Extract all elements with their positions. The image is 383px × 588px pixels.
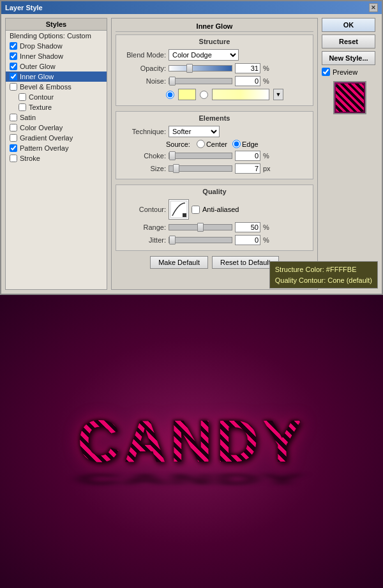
inner-glow-checkbox[interactable] xyxy=(10,73,17,80)
left-panel: Styles Blending Options: Custom Drop Sha… xyxy=(5,18,107,290)
jitter-thumb[interactable] xyxy=(169,236,176,245)
contour-preview[interactable] xyxy=(169,199,189,220)
dialog-title: Layer Style xyxy=(5,4,43,11)
bevel-emboss-label: Bevel & Emboss xyxy=(20,83,71,91)
inner-glow-label: Inner Glow xyxy=(20,73,54,80)
technique-select[interactable]: Softer Precise xyxy=(169,126,220,137)
drop-shadow-label: Drop Shadow xyxy=(20,42,63,50)
bevel-emboss-checkbox[interactable] xyxy=(10,83,17,91)
gradient-overlay-checkbox[interactable] xyxy=(10,134,17,142)
blend-mode-select[interactable]: Color Dodge Normal Screen xyxy=(169,49,239,61)
contour-label: Contour xyxy=(29,93,54,101)
blending-options-label: Blending Options: Custom xyxy=(10,32,91,40)
preview-label: Preview xyxy=(333,68,357,76)
contour-checkbox[interactable] xyxy=(19,93,26,101)
sidebar-item-inner-shadow[interactable]: Inner Shadow xyxy=(6,51,107,61)
center-radio[interactable] xyxy=(197,140,205,148)
opacity-input[interactable] xyxy=(235,63,260,73)
blend-mode-row: Blend Mode: Color Dodge Normal Screen xyxy=(121,49,308,61)
right-panel: OK Reset New Style... Preview xyxy=(322,18,378,290)
range-input[interactable] xyxy=(235,222,260,232)
sidebar-item-outer-glow[interactable]: Outer Glow xyxy=(6,61,107,72)
quality-label: Quality xyxy=(121,188,308,195)
sidebar-item-blending-options[interactable]: Blending Options: Custom xyxy=(6,31,107,41)
texture-checkbox[interactable] xyxy=(19,103,26,111)
color-overlay-label: Color Overlay xyxy=(20,124,63,132)
jitter-slider[interactable] xyxy=(169,237,232,243)
outer-glow-label: Outer Glow xyxy=(20,63,56,70)
edge-radio-label: Edge xyxy=(232,140,259,148)
pattern-overlay-label: Pattern Overlay xyxy=(20,144,68,152)
sidebar-item-color-overlay[interactable]: Color Overlay xyxy=(6,123,107,133)
noise-row: Noise: % xyxy=(121,76,308,86)
gradient-arrow-btn[interactable]: ▼ xyxy=(273,89,283,100)
sidebar-item-contour[interactable]: Contour xyxy=(6,92,107,102)
source-label: Source: xyxy=(166,140,190,148)
range-slider[interactable] xyxy=(169,224,232,230)
close-button[interactable]: ✕ xyxy=(369,3,378,12)
opacity-slider[interactable] xyxy=(169,65,232,72)
elements-label: Elements xyxy=(121,114,308,122)
noise-input[interactable] xyxy=(235,76,260,86)
preview-checkbox-row: Preview xyxy=(322,68,378,76)
jitter-label: Jitter: xyxy=(121,236,166,244)
sidebar-item-satin[interactable]: Satin xyxy=(6,112,107,123)
sidebar-item-bevel-emboss[interactable]: Bevel & Emboss xyxy=(6,82,107,92)
noise-slider[interactable] xyxy=(169,78,232,84)
layer-style-dialog: Layer Style ✕ Styles Blending Options: C… xyxy=(0,0,383,295)
gradient-swatch[interactable] xyxy=(212,89,269,100)
tooltip-line1: Structure Color: #FFFFBE xyxy=(275,264,372,275)
size-row: Size: px xyxy=(121,163,308,174)
stroke-label: Stroke xyxy=(20,155,40,162)
range-row: Range: % xyxy=(121,222,308,232)
opacity-thumb[interactable] xyxy=(186,64,193,73)
texture-label: Texture xyxy=(29,103,52,111)
reset-button[interactable]: Reset xyxy=(322,34,375,49)
ok-button[interactable]: OK xyxy=(322,18,375,32)
inner-shadow-checkbox[interactable] xyxy=(10,52,17,60)
jitter-unit: % xyxy=(263,236,272,244)
drop-shadow-checkbox[interactable] xyxy=(10,42,17,50)
sidebar-item-inner-glow[interactable]: Inner Glow xyxy=(6,72,107,82)
satin-label: Satin xyxy=(20,114,36,121)
pattern-overlay-checkbox[interactable] xyxy=(10,144,17,152)
opacity-row: Opacity: % xyxy=(121,63,308,73)
stroke-checkbox[interactable] xyxy=(10,155,17,162)
size-slider[interactable] xyxy=(169,165,232,172)
outer-glow-checkbox[interactable] xyxy=(10,63,17,70)
color-gradient-row: ▼ xyxy=(166,89,308,100)
center-label: Center xyxy=(206,140,227,148)
gradient-radio[interactable] xyxy=(200,91,208,99)
new-style-button[interactable]: New Style... xyxy=(322,51,375,65)
contour-row-label: Contour: xyxy=(121,206,166,213)
sidebar-item-texture[interactable]: Texture xyxy=(6,102,107,112)
sidebar-item-stroke[interactable]: Stroke xyxy=(6,153,107,163)
choke-input[interactable] xyxy=(235,151,260,161)
jitter-row: Jitter: % xyxy=(121,235,308,245)
color-radio[interactable] xyxy=(166,91,174,99)
anti-aliased-checkbox[interactable] xyxy=(192,206,200,214)
size-thumb[interactable] xyxy=(173,164,179,173)
make-default-button[interactable]: Make Default xyxy=(150,256,208,269)
choke-slider[interactable] xyxy=(169,153,232,159)
noise-thumb[interactable] xyxy=(169,77,176,86)
color-swatch[interactable] xyxy=(178,89,196,100)
preview-thumbnail xyxy=(333,81,366,114)
preview-checkbox[interactable] xyxy=(322,68,330,76)
technique-row: Technique: Softer Precise xyxy=(121,126,308,137)
satin-checkbox[interactable] xyxy=(10,114,17,121)
range-thumb[interactable] xyxy=(197,223,204,232)
choke-unit: % xyxy=(263,152,272,160)
choke-thumb[interactable] xyxy=(169,151,176,160)
structure-section: Structure Blend Mode: Color Dodge Normal… xyxy=(116,34,313,106)
sidebar-item-gradient-overlay[interactable]: Gradient Overlay xyxy=(6,133,107,143)
jitter-input[interactable] xyxy=(235,235,260,245)
blend-mode-label: Blend Mode: xyxy=(121,51,166,59)
quality-section: Quality Contour: Anti-aliased xyxy=(116,185,313,251)
color-overlay-checkbox[interactable] xyxy=(10,124,17,132)
range-label: Range: xyxy=(121,223,166,231)
sidebar-item-drop-shadow[interactable]: Drop Shadow xyxy=(6,41,107,51)
size-input[interactable] xyxy=(235,163,260,174)
edge-radio[interactable] xyxy=(232,140,241,148)
sidebar-item-pattern-overlay[interactable]: Pattern Overlay xyxy=(6,143,107,153)
